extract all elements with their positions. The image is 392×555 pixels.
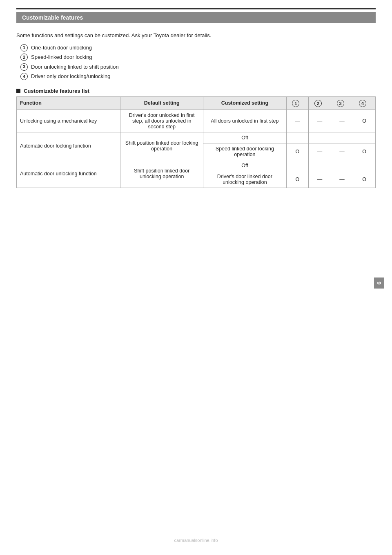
bullet-text: Driver only door locking/unlocking bbox=[31, 72, 110, 81]
bullet-text: One-touch door unlocking bbox=[31, 44, 92, 52]
circle-bullet: 4 bbox=[20, 73, 28, 80]
circle-bullet: 1 bbox=[20, 44, 28, 51]
bullet-list: 1One-touch door unlocking2Speed-linked d… bbox=[20, 44, 376, 81]
col1-cell: O bbox=[286, 171, 309, 188]
col4-cell bbox=[353, 160, 376, 171]
circle-bullet: 3 bbox=[20, 63, 28, 71]
bullet-text: Door unlocking linked to shift position bbox=[31, 63, 119, 71]
default-cell: Shift position linked door unlocking ope… bbox=[120, 160, 203, 188]
circle-2: 2 bbox=[314, 100, 322, 107]
function-cell: Unlocking using a mechanical key bbox=[17, 110, 120, 132]
col3-cell bbox=[331, 132, 353, 143]
th-function: Function bbox=[17, 96, 120, 110]
col4-cell bbox=[353, 132, 376, 143]
customized-cell: Driver's door linked door unlocking oper… bbox=[203, 171, 286, 188]
col3-cell: — bbox=[331, 171, 353, 188]
col1-cell bbox=[286, 160, 309, 171]
bullet-item: 4Driver only door locking/unlocking bbox=[20, 72, 376, 81]
col3-cell bbox=[331, 160, 353, 171]
col4-cell: O bbox=[353, 171, 376, 188]
col1-cell: O bbox=[286, 143, 309, 160]
page-number: 9 bbox=[374, 278, 384, 289]
circle-1: 1 bbox=[292, 100, 299, 107]
th-num4: 4 bbox=[353, 96, 376, 110]
default-cell: Driver's door unlocked in first step, al… bbox=[120, 110, 203, 132]
table-title-text: Customizable features list bbox=[24, 88, 89, 94]
bullet-text: Speed-linked door locking bbox=[31, 53, 92, 61]
col2-cell: — bbox=[309, 171, 331, 188]
customized-cell: Off bbox=[203, 160, 286, 171]
col4-cell: O bbox=[353, 143, 376, 160]
section-header: Customizable features bbox=[16, 12, 376, 23]
col3-cell: — bbox=[331, 110, 353, 132]
default-cell: Shift position linked door locking opera… bbox=[120, 132, 203, 160]
col1-cell: — bbox=[286, 110, 309, 132]
black-square-icon bbox=[16, 89, 20, 93]
col2-cell: — bbox=[309, 110, 331, 132]
table-row: Automatic door locking functionShift pos… bbox=[17, 132, 376, 143]
top-border bbox=[16, 8, 376, 9]
th-num2: 2 bbox=[309, 96, 331, 110]
table-row: Automatic door unlocking functionShift p… bbox=[17, 160, 376, 171]
col2-cell: — bbox=[309, 143, 331, 160]
bullet-item: 2Speed-linked door locking bbox=[20, 53, 376, 61]
col4-cell: O bbox=[353, 110, 376, 132]
table-title: Customizable features list bbox=[16, 88, 376, 94]
circle-4: 4 bbox=[359, 100, 366, 107]
function-cell: Automatic door unlocking function bbox=[17, 160, 120, 188]
table-section: Customizable features list Function Defa… bbox=[16, 88, 376, 188]
watermark: carmanualsonline.info bbox=[174, 538, 218, 543]
function-cell: Automatic door locking function bbox=[17, 132, 120, 160]
circle-3: 3 bbox=[337, 100, 344, 107]
col2-cell bbox=[309, 132, 331, 143]
col1-cell bbox=[286, 132, 309, 143]
col2-cell bbox=[309, 160, 331, 171]
customized-cell: Speed linked door locking operation bbox=[203, 143, 286, 160]
bullet-item: 3Door unlocking linked to shift position bbox=[20, 63, 376, 71]
page-container: Customizable features Some functions and… bbox=[0, 0, 392, 555]
circle-bullet: 2 bbox=[20, 54, 28, 61]
table-row: Unlocking using a mechanical keyDriver's… bbox=[17, 110, 376, 132]
customized-cell: Off bbox=[203, 132, 286, 143]
th-num3: 3 bbox=[331, 96, 353, 110]
intro-text: Some functions and settings can be custo… bbox=[16, 31, 376, 40]
features-table: Function Default setting Customized sett… bbox=[16, 96, 376, 188]
col3-cell: — bbox=[331, 143, 353, 160]
th-default: Default setting bbox=[120, 96, 203, 110]
th-num1: 1 bbox=[286, 96, 309, 110]
customized-cell: All doors unlocked in first step bbox=[203, 110, 286, 132]
th-customized: Customized setting bbox=[203, 96, 286, 110]
bullet-item: 1One-touch door unlocking bbox=[20, 44, 376, 52]
